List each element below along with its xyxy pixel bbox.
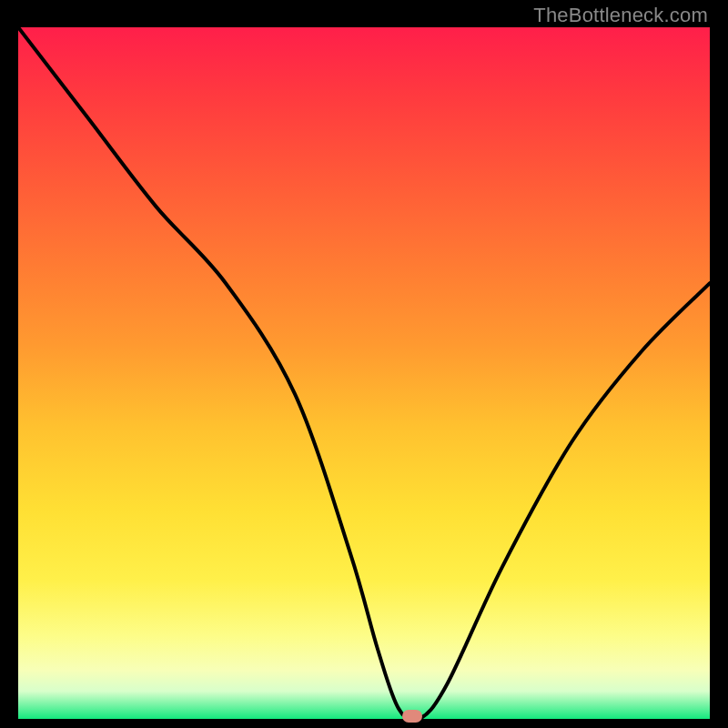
- curve-path: [18, 27, 710, 719]
- chart-frame: [18, 27, 710, 719]
- watermark-text: TheBottleneck.com: [533, 4, 708, 27]
- optimum-marker: [402, 710, 422, 723]
- bottleneck-curve: [18, 27, 710, 719]
